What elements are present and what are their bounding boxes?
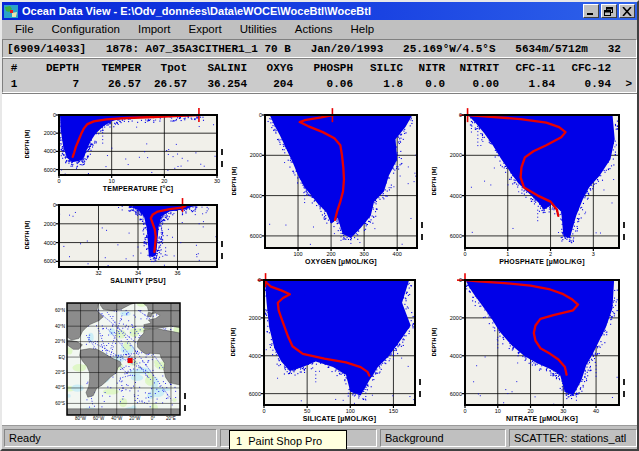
map-lon-label: 60°W (90, 416, 108, 421)
table-cell: 0.06 (293, 76, 353, 92)
status-bar: Ready Background SCATTER: stations_atl 1… (2, 425, 637, 449)
table-cell: 7 (25, 76, 79, 92)
y-axis-title: DEPTH [M] (24, 114, 30, 174)
map-lon-label: 40°W (108, 416, 126, 421)
table-header-cell: DEPTH (25, 60, 79, 76)
menu-actions[interactable]: Actions (286, 21, 342, 38)
table-row[interactable]: 1726.5726.5736.2542040.061.80.00.001.840… (3, 76, 636, 92)
menu-file[interactable]: File (6, 21, 43, 38)
station-map[interactable]: 80°W60°W40°W20°W0°20°E60°S40°S20°SEQ20°N… (67, 303, 180, 415)
silicate-depth-plot[interactable]: 0501001500200040006000SILICATE [µMOL/KG]… (264, 280, 415, 405)
map-lon-label: 80°W (72, 416, 90, 421)
minimize-button[interactable] (583, 4, 599, 18)
x-tick-label: 0 (455, 251, 475, 257)
more-columns-indicator[interactable]: > (625, 78, 632, 90)
y-tick-label: 0 (440, 112, 462, 118)
y-tick-label: 0 (34, 112, 56, 118)
x-tick-label: 200 (321, 251, 341, 257)
minimize-icon (586, 7, 596, 16)
x-tick-label: 0 (455, 408, 475, 414)
x-axis-title: SALINITY [PSU] (59, 277, 217, 284)
y-tick-label: 4000 (440, 193, 462, 199)
table-cell: 1.8 (353, 76, 403, 92)
mini-colorbar (419, 379, 421, 397)
table-header-cell: NITR (403, 60, 445, 76)
mini-colorbar (184, 393, 186, 411)
map-lat-label: 40°S (47, 385, 65, 390)
x-axis-title: TEMPERATURE [°C] (59, 185, 217, 192)
x-axis-title: NITRATE [µMOL/KG] (465, 415, 619, 422)
table-cell: 0.94 (555, 76, 611, 92)
y-tick-label: 6000 (240, 233, 262, 239)
restore-icon (604, 7, 614, 16)
y-tick-label: 4000 (440, 353, 462, 359)
x-axis-title: OXYGEN [µMOL/KG] (265, 258, 417, 265)
y-tick-label: 2000 (34, 130, 56, 136)
restore-button[interactable] (601, 4, 617, 18)
close-button[interactable] (619, 4, 635, 18)
y-tick-label: 2000 (440, 152, 462, 158)
station-info-bar[interactable]: [6909/14033] 1878: A07_35A3CITHER1_1 70 … (2, 39, 637, 58)
table-header-cell: SALINI (187, 60, 247, 76)
y-tick-label: 0 (240, 112, 262, 118)
title-bar[interactable]: Ocean Data View - E:\Odv_données\Data\eW… (2, 2, 637, 20)
sample-table[interactable]: #DEPTHTEMPERTpotSALINIOXYGPHOSPHSILICNIT… (2, 58, 637, 93)
x-tick-label: 0 (254, 408, 274, 414)
map-lat-label: 40°N (47, 324, 65, 329)
table-header-cell: Tpot (141, 60, 187, 76)
y-tick-label: 6000 (440, 391, 462, 397)
x-tick-label: 20 (521, 408, 541, 414)
x-tick-label: 32 (89, 270, 109, 276)
map-lon-label: 20°W (126, 416, 144, 421)
mini-colorbar (623, 222, 625, 240)
table-header-cell: OXYG (247, 60, 293, 76)
table-header-cell: CFC-11 (499, 60, 555, 76)
phosphate-depth-plot[interactable]: 01230200040006000PHOSPHATE [µMOL/KG]DEPT… (465, 115, 619, 248)
x-tick-label: 300 (354, 251, 374, 257)
map-lon-label: 20°E (162, 416, 180, 421)
y-axis-title: DEPTH [M] (230, 114, 236, 247)
x-tick-label: 30 (553, 408, 573, 414)
x-tick-label: 100 (340, 408, 360, 414)
x-tick-label: 34 (128, 270, 148, 276)
x-tick-label: 3 (583, 251, 603, 257)
map-lat-label: 20°S (47, 370, 65, 375)
map-lat-label: EQ (47, 355, 65, 360)
x-tick-label: 10 (102, 178, 122, 184)
temperature-depth-plot[interactable]: 01020300200040006000TEMPERATURE [°C]DEPT… (59, 115, 217, 175)
status-ready: Ready (4, 429, 217, 447)
y-axis-title: DEPTH [M] (430, 114, 436, 247)
table-cell: 36.254 (187, 76, 247, 92)
x-tick-label: 50 (297, 408, 317, 414)
mini-colorbar (221, 149, 223, 167)
menu-configuration[interactable]: Configuration (43, 21, 129, 38)
nitrate-depth-plot[interactable]: 0102030400200040006000NITRATE [µMOL/KG]D… (465, 280, 619, 405)
window-title: Ocean Data View - E:\Odv_données\Data\eW… (22, 5, 581, 17)
x-tick-label: 30 (207, 178, 227, 184)
menu-export[interactable]: Export (180, 21, 231, 38)
oxygen-depth-plot[interactable]: 1002003004000200040006000OXYGEN [µMOL/KG… (265, 115, 417, 248)
table-cell: 0.0 (403, 76, 445, 92)
mini-colorbar (623, 379, 625, 397)
y-tick-label: 0 (239, 277, 261, 283)
y-tick-label: 4000 (34, 240, 56, 246)
map-lat-label: 20°N (47, 339, 65, 344)
x-tick-label: 36 (168, 270, 188, 276)
table-cell: 26.57 (141, 76, 187, 92)
y-tick-label: 2000 (240, 152, 262, 158)
menu-help[interactable]: Help (342, 21, 384, 38)
map-lat-label: 60°N (47, 308, 65, 313)
y-tick-label: 6000 (34, 258, 56, 264)
menu-utilities[interactable]: Utilities (231, 21, 286, 38)
y-tick-label: 0 (440, 277, 462, 283)
table-header-cell: NITRIT (445, 60, 499, 76)
salinity-depth-plot[interactable]: 3234360200040006000SALINITY [PSU]DEPTH [… (59, 205, 217, 267)
menu-import[interactable]: Import (129, 21, 180, 38)
y-tick-label: 2000 (34, 221, 56, 227)
x-axis-title: SILICATE [µMOL/KG] (264, 415, 415, 422)
x-tick-label: 400 (387, 251, 407, 257)
y-tick-label: 4000 (240, 193, 262, 199)
mini-colorbar (421, 222, 423, 240)
status-scatter-mode: SCATTER: stations_atl (509, 429, 637, 447)
table-header-cell: SILIC (353, 60, 403, 76)
